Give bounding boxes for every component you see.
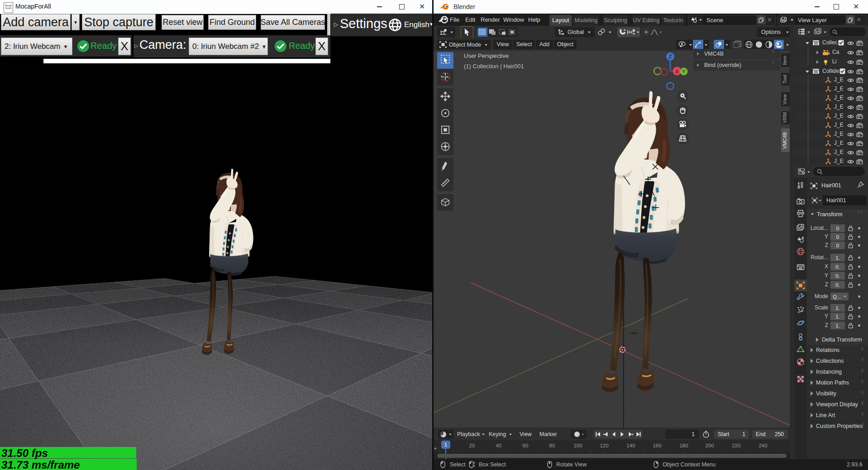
svg-text:200: 200	[705, 443, 714, 448]
svg-text:20: 20	[469, 443, 475, 448]
svg-text:X: X	[675, 69, 679, 74]
svg-text:160: 160	[653, 443, 661, 448]
svg-text:80: 80	[549, 443, 555, 448]
svg-text:120: 120	[600, 443, 608, 448]
svg-text:240: 240	[758, 443, 767, 448]
svg-text:Z: Z	[669, 54, 672, 59]
svg-text:220: 220	[732, 443, 740, 448]
svg-text:60: 60	[523, 443, 529, 448]
svg-text:40: 40	[496, 443, 502, 448]
svg-text:Y: Y	[682, 69, 686, 74]
svg-text:100: 100	[573, 443, 582, 448]
svg-text:140: 140	[626, 443, 635, 448]
svg-text:180: 180	[679, 443, 688, 448]
